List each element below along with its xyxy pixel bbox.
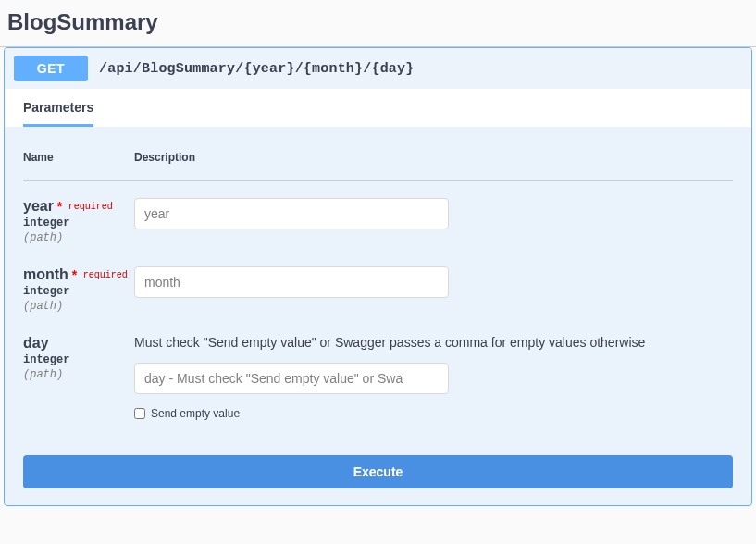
operation-block: GET /api/BlogSummary/{year}/{month}/{day… [4,47,752,506]
send-empty-checkbox[interactable] [134,408,145,419]
param-in: (path) [23,231,134,244]
param-in: (path) [23,368,134,381]
param-type: integer [23,353,134,366]
param-name-text: day [23,335,49,351]
tabs-bar: Parameters [5,89,751,127]
table-row: dayinteger(path)Must check "Send empty v… [23,318,733,426]
param-name-cell: year * requiredinteger(path) [23,181,134,251]
page-title: BlogSummary [0,0,756,46]
param-description: Must check "Send empty value" or Swagger… [134,335,733,350]
param-name: year * required [23,198,134,215]
required-star-icon: * [54,199,62,214]
param-desc-cell: Must check "Send empty value" or Swagger… [134,318,733,426]
method-badge: GET [14,56,88,81]
param-type: integer [23,216,134,229]
send-empty-label: Send empty value [151,407,240,420]
month-input[interactable] [134,266,449,298]
parameters-table: Name Description year * requiredinteger(… [23,151,733,426]
send-empty-row[interactable]: Send empty value [134,407,733,420]
required-star-icon: * [68,267,77,282]
param-desc-cell [134,250,733,318]
column-header-description: Description [134,151,733,181]
year-input[interactable] [134,198,449,229]
required-label: required [81,270,128,280]
operation-path: /api/BlogSummary/{year}/{month}/{day} [99,61,414,77]
param-name-cell: month * requiredinteger(path) [23,250,134,318]
param-in: (path) [23,300,134,313]
param-name: month * required [23,266,134,283]
operation-header[interactable]: GET /api/BlogSummary/{year}/{month}/{day… [5,48,751,89]
table-row: month * requiredinteger(path) [23,250,733,318]
day-input[interactable] [134,363,449,394]
param-name-text: year [23,198,54,214]
required-label: required [67,202,113,212]
execute-button[interactable]: Execute [23,455,733,488]
param-type: integer [23,285,134,298]
param-name-text: month [23,266,68,282]
table-row: year * requiredinteger(path) [23,181,733,251]
column-header-name: Name [23,151,134,181]
param-name: day [23,335,134,352]
tab-parameters[interactable]: Parameters [23,100,93,127]
execute-row: Execute [5,442,751,505]
param-name-cell: dayinteger(path) [23,318,134,426]
parameters-body: Name Description year * requiredinteger(… [5,127,751,442]
param-desc-cell [134,181,733,251]
